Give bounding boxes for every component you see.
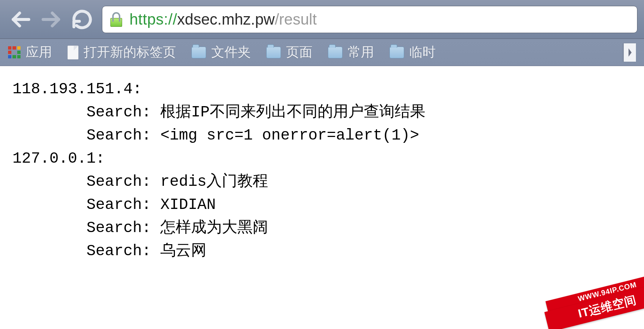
back-button[interactable] (10, 8, 32, 30)
folder-icon (389, 47, 404, 58)
folder-icon (191, 47, 206, 58)
forward-button[interactable] (40, 8, 62, 30)
url-text: https://xdsec.mhz.pw/result (129, 11, 317, 28)
address-bar[interactable]: https://xdsec.mhz.pw/result (102, 6, 637, 33)
result-line: Search: redis入门教程 (87, 173, 268, 191)
bookmark-folder[interactable]: 文件夹 (191, 43, 251, 61)
bookmark-label: 文件夹 (211, 43, 251, 61)
bookmark-label: 打开新的标签页 (84, 43, 176, 61)
ip-heading: 127.0.0.1: (12, 150, 105, 167)
bookmark-folder[interactable]: 常用 (328, 43, 374, 61)
apps-shortcut[interactable]: 应用 (8, 43, 52, 61)
result-line: Search: <img src=1 onerror=alert(1)> (87, 127, 419, 144)
result-line: Search: 怎样成为大黑阔 (87, 219, 268, 237)
browser-nav-toolbar: https://xdsec.mhz.pw/result (0, 0, 644, 39)
chevron-right-icon (627, 47, 633, 58)
bookmarks-overflow-button[interactable] (623, 43, 636, 62)
bookmark-label: 临时 (409, 43, 436, 61)
page-content: 118.193.151.4: Search: 根据IP不同来列出不同的用户查询结… (0, 66, 644, 275)
result-line: Search: XIDIAN (87, 196, 216, 214)
reload-button[interactable] (71, 8, 93, 30)
folder-icon (266, 47, 281, 58)
ip-heading: 118.193.151.4: (12, 80, 142, 98)
apps-label: 应用 (26, 43, 52, 61)
svg-marker-2 (628, 48, 631, 56)
bookmark-folder[interactable]: 页面 (266, 43, 312, 61)
folder-icon (328, 47, 343, 58)
bookmark-new-tab[interactable]: 打开新的标签页 (67, 43, 176, 61)
result-line: Search: 乌云网 (87, 242, 207, 260)
bookmark-folder[interactable]: 临时 (389, 43, 436, 61)
bookmark-label: 常用 (348, 43, 374, 61)
result-line: Search: 根据IP不同来列出不同的用户查询结果 (87, 104, 425, 121)
bookmarks-bar: 应用 打开新的标签页 文件夹 页面 常用 临时 (0, 39, 644, 66)
page-icon (67, 46, 78, 59)
bookmark-label: 页面 (286, 43, 312, 61)
apps-icon (8, 46, 21, 59)
lock-icon (110, 12, 123, 27)
